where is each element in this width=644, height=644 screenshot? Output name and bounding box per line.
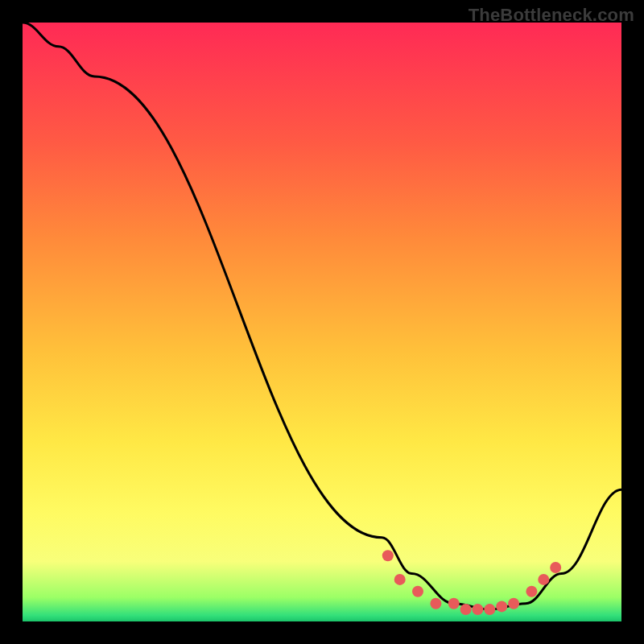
optimal-marker	[472, 604, 483, 615]
optimal-marker	[538, 574, 549, 585]
chart-svg	[23, 23, 621, 621]
optimal-marker	[394, 574, 406, 585]
bottleneck-curve	[23, 23, 621, 609]
optimal-marker	[382, 550, 394, 561]
optimal-marker	[430, 598, 441, 609]
chart-frame: TheBottleneck.com	[0, 0, 644, 644]
optimal-marker	[460, 604, 472, 615]
optimal-marker	[496, 601, 507, 612]
optimal-marker	[508, 598, 519, 609]
optimal-marker	[550, 562, 561, 573]
plot-area	[23, 23, 621, 621]
optimal-marker	[526, 586, 537, 597]
optimal-marker	[484, 604, 495, 615]
optimal-marker	[412, 586, 423, 597]
optimal-marker	[448, 598, 460, 609]
